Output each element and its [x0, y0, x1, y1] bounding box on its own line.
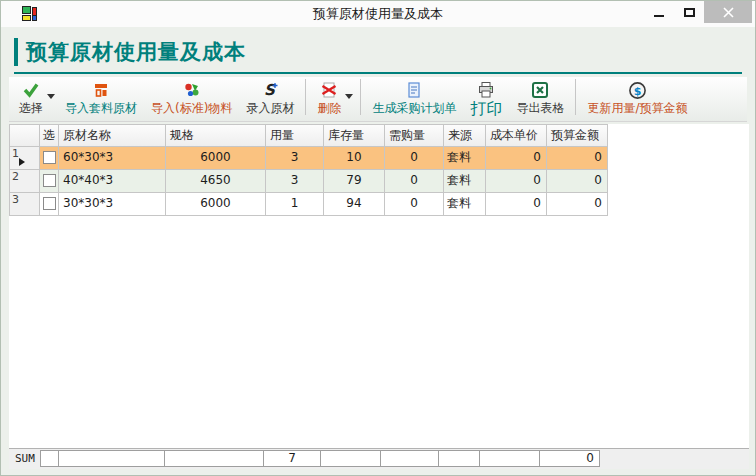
cell-budget[interactable]: 0 — [547, 193, 608, 216]
close-button[interactable] — [704, 1, 752, 23]
cell-need[interactable]: 0 — [385, 193, 444, 216]
header-cell-usage[interactable]: 用量 — [266, 124, 324, 147]
toolbar-button-label: 打印 — [470, 100, 502, 118]
cell-spec[interactable]: 6000 — [166, 147, 266, 170]
cell-cost[interactable]: 0 — [486, 193, 547, 216]
current-row-arrow-icon — [19, 158, 25, 166]
window-controls — [644, 1, 752, 23]
toolbar-separator — [360, 79, 361, 115]
cell-select — [40, 193, 59, 216]
toolbar-button-label: 删除 — [317, 100, 341, 117]
s-arrow-icon: S — [261, 80, 279, 100]
svg-text:S: S — [264, 81, 276, 99]
row-number-cell[interactable]: 2 — [9, 170, 40, 193]
cell-usage[interactable]: 3 — [266, 170, 324, 193]
table-row[interactable]: 330*30*360001940套料00 — [9, 193, 749, 216]
cell-spec[interactable]: 4650 — [166, 170, 266, 193]
header-gutter-cell — [9, 124, 40, 147]
headline-divider — [14, 72, 742, 74]
toolbar-button-delete[interactable]: 删除 — [310, 77, 356, 117]
cell-name[interactable]: 40*40*3 — [59, 170, 166, 193]
cell-stock[interactable]: 10 — [324, 147, 385, 170]
dollar-icon: $ — [628, 80, 647, 100]
cell-name[interactable]: 60*30*3 — [59, 147, 166, 170]
cell-stock[interactable]: 94 — [324, 193, 385, 216]
delete-icon — [320, 80, 338, 100]
toolbar-button-enter-material[interactable]: S录入原材 — [239, 77, 301, 117]
svg-text:$: $ — [634, 84, 642, 97]
header-cell-spec[interactable]: 规格 — [166, 124, 266, 147]
toolbar-button-print[interactable]: 打印 — [463, 77, 509, 118]
excel-icon — [531, 80, 549, 100]
close-icon — [723, 7, 734, 18]
table-icon — [92, 80, 110, 100]
cell-cost[interactable]: 0 — [486, 147, 547, 170]
cell-budget[interactable]: 0 — [547, 147, 608, 170]
footer-cell-spec — [164, 450, 264, 467]
summary-footer: SUM70 — [9, 448, 749, 469]
toolbar-button-label: 更新用量/预算金额 — [587, 100, 687, 117]
header-cell-need[interactable]: 需购量 — [385, 124, 444, 147]
window-content: 预算原材使用量及成本 选择导入套料原材导入(标准)物料S录入原材删除生成采购计划… — [1, 27, 755, 475]
toolbar-button-import-standard-material[interactable]: 导入(标准)物料 — [144, 77, 239, 117]
header-cell-cost[interactable]: 成本单价 — [486, 124, 547, 147]
cell-budget[interactable]: 0 — [547, 170, 608, 193]
cell-spec[interactable]: 6000 — [166, 193, 266, 216]
toolbar-button-select[interactable]: 选择 — [12, 77, 58, 117]
row-checkbox[interactable] — [43, 151, 56, 164]
cell-usage[interactable]: 1 — [266, 193, 324, 216]
row-checkbox[interactable] — [43, 174, 56, 187]
materials-icon — [183, 80, 201, 100]
footer-cell-sel — [40, 450, 59, 467]
title-bar: 预算原材使用量及成本 — [1, 1, 755, 27]
cell-need[interactable]: 0 — [385, 147, 444, 170]
window-title: 预算原材使用量及成本 — [1, 1, 755, 27]
table-row[interactable]: 240*40*346503790套料00 — [9, 170, 749, 193]
toolbar-button-import-nesting-material[interactable]: 导入套料原材 — [58, 77, 144, 117]
toolbar-button-generate-purchase-plan[interactable]: 生成采购计划单 — [365, 77, 463, 117]
cell-usage[interactable]: 3 — [266, 147, 324, 170]
footer-cell-source — [438, 450, 480, 467]
footer-cell-stock — [320, 450, 381, 467]
header-cell-stock[interactable]: 库存量 — [324, 124, 385, 147]
cell-stock[interactable]: 79 — [324, 170, 385, 193]
dropdown-arrow-icon[interactable] — [345, 94, 353, 99]
page-title: 预算原材使用量及成本 — [26, 38, 246, 66]
toolbar-button-export-table[interactable]: 导出表格 — [509, 77, 571, 117]
toolbar-button-label: 导入(标准)物料 — [151, 100, 232, 117]
header-cell-sel[interactable]: 选 — [40, 124, 59, 147]
document-icon — [405, 80, 423, 100]
row-number-cell[interactable]: 1 — [9, 147, 40, 170]
cell-source[interactable]: 套料 — [444, 147, 486, 170]
footer-cell-cost — [479, 450, 540, 467]
toolbar-separator — [305, 79, 306, 115]
maximize-icon — [684, 8, 695, 17]
toolbar: 选择导入套料原材导入(标准)物料S录入原材删除生成采购计划单打印导出表格$更新用… — [9, 77, 747, 122]
toolbar-button-label: 选择 — [19, 100, 43, 117]
grid-area: 选原材名称规格用量库存量需购量来源成本单价预算金额160*30*36000310… — [9, 124, 749, 449]
cell-select — [40, 170, 59, 193]
row-checkbox[interactable] — [43, 197, 56, 210]
header-cell-source[interactable]: 来源 — [444, 124, 486, 147]
minimize-button[interactable] — [644, 1, 674, 23]
toolbar-button-label: 录入原材 — [246, 100, 294, 117]
header-cell-name[interactable]: 原材名称 — [59, 124, 166, 147]
cell-name[interactable]: 30*30*3 — [59, 193, 166, 216]
accent-bar — [14, 38, 18, 66]
maximize-button[interactable] — [674, 1, 704, 23]
header-cell-budget[interactable]: 预算金额 — [547, 124, 608, 147]
grid-header-row: 选原材名称规格用量库存量需购量来源成本单价预算金额 — [9, 124, 749, 147]
cell-source[interactable]: 套料 — [444, 193, 486, 216]
footer-cell-name — [58, 450, 165, 467]
table-row[interactable]: 160*30*360003100套料00 — [9, 147, 749, 170]
row-number-cell[interactable]: 3 — [9, 193, 40, 216]
dropdown-arrow-icon[interactable] — [47, 94, 55, 99]
toolbar-button-label: 导出表格 — [516, 100, 564, 117]
cell-source[interactable]: 套料 — [444, 170, 486, 193]
toolbar-button-label: 导入套料原材 — [65, 100, 137, 117]
footer-cell-usage: 7 — [263, 450, 321, 467]
app-window: 预算原材使用量及成本 预算原材使用量及成本 选择导入套料原材导入(标准)物料S录… — [0, 0, 756, 476]
cell-need[interactable]: 0 — [385, 170, 444, 193]
cell-cost[interactable]: 0 — [486, 170, 547, 193]
toolbar-button-update-usage-budget[interactable]: $更新用量/预算金额 — [580, 77, 694, 117]
